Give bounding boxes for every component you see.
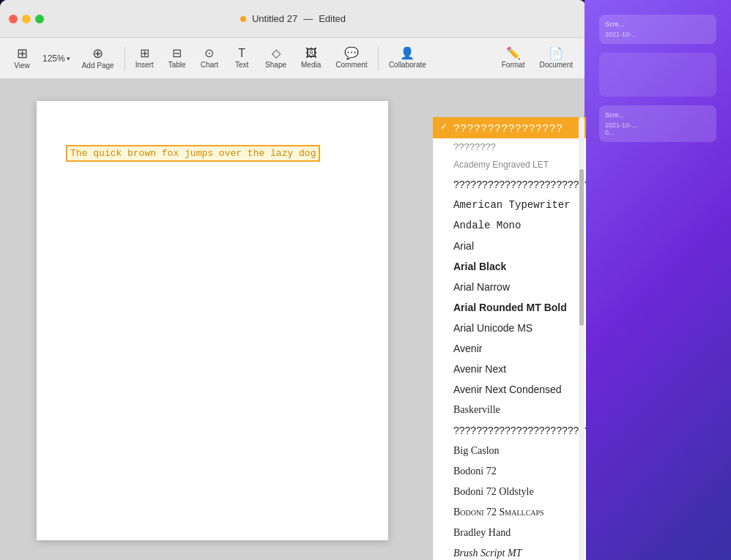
view-icon: ⊞ — [17, 47, 28, 60]
text-box[interactable]: The quick brown fox jumps over the lazy … — [66, 145, 320, 162]
table-icon: ⊟ — [172, 48, 182, 59]
unsaved-dot — [240, 16, 246, 22]
table-label: Table — [168, 61, 186, 69]
insert-icon: ⊞ — [140, 48, 149, 59]
shape-icon: ◇ — [272, 48, 281, 59]
sidebar-card-title-2: Scre... — [605, 111, 710, 119]
collaborate-label: Collaborate — [389, 61, 426, 69]
sidebar-card-date-1: 2021-10-... — [605, 31, 710, 38]
font-item-arial-unicode[interactable]: Arial Unicode MS — [433, 318, 586, 338]
font-item-brush-script[interactable]: Brush Script MT — [433, 543, 586, 560]
font-item-big-caslon[interactable]: Big Caslon — [433, 441, 586, 461]
scrollbar-thumb — [579, 169, 584, 326]
font-item-garbled-2[interactable]: ???????????????????????????????? — [433, 420, 586, 441]
canvas-page: The quick brown fox jumps over the lazy … — [37, 101, 388, 540]
document-label: Document — [539, 61, 573, 69]
format-label: Format — [502, 61, 525, 69]
sidebar-card-value: 0... — [605, 129, 710, 136]
sidebar-card-1: Scre... 2021-10-... — [599, 15, 716, 44]
comment-label: Comment — [335, 61, 367, 69]
media-label: Media — [301, 61, 321, 69]
font-item-baskerville[interactable]: Baskerville — [433, 400, 586, 420]
font-list: ???????????????? ???????? Academy Engrav… — [433, 117, 586, 560]
font-item-arial-rounded[interactable]: Arial Rounded MT Bold — [433, 297, 586, 318]
zoom-chevron-icon: ▾ — [67, 55, 70, 62]
text-box-content: The quick brown fox jumps over the lazy … — [70, 148, 316, 159]
font-item-bodoni72-oldstyle[interactable]: Bodoni 72 Oldstyle — [433, 482, 586, 502]
separator-2 — [378, 47, 379, 70]
media-tool[interactable]: 🖼 Media — [294, 45, 328, 72]
font-item-bodoni72-smallcaps[interactable]: Bodoni 72 Smallcaps — [433, 502, 586, 523]
right-sidebar: Scre... 2021-10-... Scre... 2021-10-... … — [585, 0, 731, 560]
canvas-area[interactable]: The quick brown fox jumps over the lazy … — [0, 79, 586, 560]
text-icon: T — [238, 48, 245, 59]
font-item-avenir[interactable]: Avenir — [433, 338, 586, 359]
document-tool[interactable]: 📄 Document — [532, 45, 580, 72]
zoom-value: 125% — [42, 53, 65, 64]
mac-window: Untitled 27 — Edited ⊞ View 125% ▾ ⊕ Add… — [0, 0, 586, 560]
font-item-american-typewriter[interactable]: American Typewriter — [433, 195, 586, 215]
font-item-bradley-hand[interactable]: Bradley Hand — [433, 523, 586, 543]
close-button[interactable] — [9, 15, 18, 23]
font-item-bodoni72[interactable]: Bodoni 72 — [433, 461, 586, 482]
window-title-area: Untitled 27 — Edited — [240, 13, 346, 24]
text-label: Text — [235, 61, 248, 69]
text-tool[interactable]: T Text — [226, 45, 258, 72]
comment-icon: 💬 — [344, 48, 359, 59]
view-tool[interactable]: ⊞ View — [6, 44, 38, 72]
chart-label: Chart — [201, 61, 218, 69]
font-item-garbled-1[interactable]: ????????????????????????????????????????… — [433, 174, 586, 195]
traffic-lights — [9, 15, 44, 23]
font-item-selected[interactable]: ???????????????? — [433, 117, 586, 138]
font-item-arial[interactable]: Arial — [433, 236, 586, 256]
shape-tool[interactable]: ◇ Shape — [258, 45, 294, 72]
title-bar: Untitled 27 — Edited — [0, 0, 586, 38]
font-item-avenir-next-condensed[interactable]: Avenir Next Condensed — [433, 379, 586, 400]
zoom-control[interactable]: 125% ▾ — [38, 51, 75, 67]
collaborate-icon: 👤 — [400, 48, 415, 59]
view-label: View — [14, 61, 30, 70]
collaborate-tool[interactable]: 👤 Collaborate — [382, 45, 434, 72]
text-properties-panel: Text Update Style Layout More Font more … — [432, 117, 586, 560]
insert-label: Insert — [136, 61, 154, 69]
media-icon: 🖼 — [305, 48, 317, 59]
document-icon: 📄 — [549, 48, 563, 59]
separator-1 — [125, 47, 125, 70]
font-item-sub[interactable]: ???????? — [433, 138, 586, 155]
add-page-icon: ⊕ — [92, 47, 103, 60]
maximize-button[interactable] — [35, 15, 44, 23]
chart-icon: ⊙ — [204, 48, 214, 59]
shape-label: Shape — [265, 61, 286, 69]
window-subtitle: Edited — [319, 13, 346, 24]
font-list-scrollbar[interactable] — [579, 117, 585, 560]
sidebar-card-2: Scre... 2021-10-... 0... — [599, 105, 716, 142]
sidebar-spacer-1 — [599, 53, 716, 97]
toolbar: ⊞ View 125% ▾ ⊕ Add Page ⊞ Insert ⊟ Tabl… — [0, 38, 586, 79]
table-tool[interactable]: ⊟ Table — [161, 45, 193, 72]
font-item-andale-mono[interactable]: Andale Mono — [433, 215, 586, 236]
font-item-arial-black[interactable]: Arial Black — [433, 256, 586, 277]
format-icon: ✏️ — [506, 48, 521, 59]
format-tool[interactable]: ✏️ Format — [494, 45, 533, 72]
add-page-label: Add Page — [82, 61, 114, 70]
font-item-arial-narrow[interactable]: Arial Narrow — [433, 277, 586, 297]
font-item-avenir-next[interactable]: Avenir Next — [433, 359, 586, 379]
window-title: Untitled 27 — [252, 13, 297, 24]
chart-tool[interactable]: ⊙ Chart — [193, 45, 226, 72]
window-separator: — — [303, 13, 313, 24]
font-item-academy-engraved[interactable]: Academy Engraved LET — [433, 155, 586, 174]
add-page-tool[interactable]: ⊕ Add Page — [75, 44, 122, 72]
font-dropdown: ???????????????? ???????? Academy Engrav… — [433, 117, 586, 560]
sidebar-card-title-1: Scre... — [605, 20, 710, 28]
comment-tool[interactable]: 💬 Comment — [328, 45, 374, 72]
minimize-button[interactable] — [22, 15, 31, 23]
sidebar-card-date-2: 2021-10-... — [605, 122, 710, 129]
insert-tool[interactable]: ⊞ Insert — [128, 45, 161, 72]
